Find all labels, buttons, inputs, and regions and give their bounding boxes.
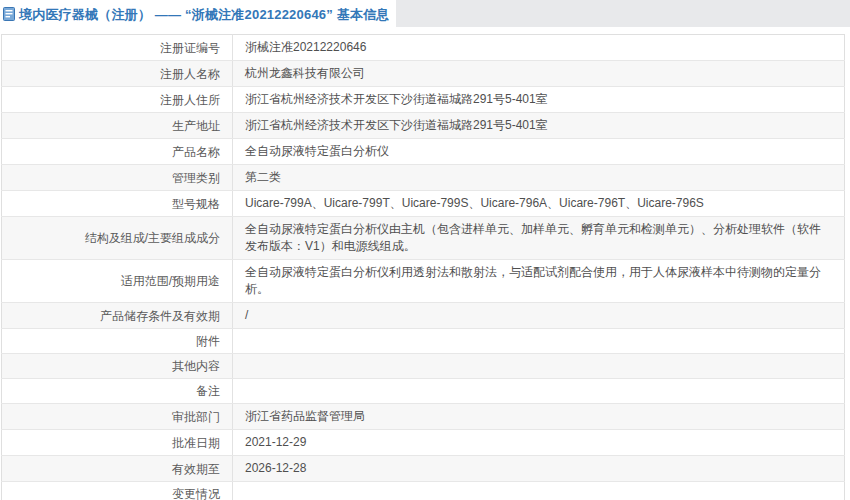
row-label: 注册证编号 xyxy=(160,41,220,55)
row-label: 备注 xyxy=(196,384,220,398)
page: 境内医疗器械（注册） —— “浙械注准20212220646” 基本信息 注册证… xyxy=(0,0,850,500)
table-row: 有效期至 2026-12-28 xyxy=(2,456,845,482)
row-value-cell: Uicare-799A、Uicare-799T、Uicare-799S、Uica… xyxy=(233,191,845,217)
row-value: 浙江省药品监督管理局 xyxy=(245,409,365,423)
table-row: 其他内容 xyxy=(2,354,845,379)
row-label-cell: 注册人住所 xyxy=(2,87,233,113)
row-label: 管理类别 xyxy=(172,171,220,185)
row-value: 全自动尿液特定蛋白分析仪 xyxy=(245,144,389,158)
row-label-cell: 有效期至 xyxy=(2,456,233,482)
row-value-cell: 全自动尿液特定蛋白分析仪由主机（包含进样单元、加样单元、孵育单元和检测单元）、分… xyxy=(233,217,845,260)
row-value: 浙江省杭州经济技术开发区下沙街道福城路291号5-401室 xyxy=(245,118,548,132)
row-label-cell: 管理类别 xyxy=(2,165,233,191)
row-label-cell: 产品名称 xyxy=(2,139,233,165)
row-value: 2026-12-28 xyxy=(245,461,306,475)
registration-table: 注册证编号 浙械注准20212220646 注册人名称 杭州龙鑫科技有限公司 注… xyxy=(1,34,845,500)
row-label-cell: 型号规格 xyxy=(2,191,233,217)
row-value: 浙江省杭州经济技术开发区下沙街道福城路291号5-401室 xyxy=(245,92,548,106)
table-row: 注册人名称 杭州龙鑫科技有限公司 xyxy=(2,61,845,87)
table-row: 适用范围/预期用途 全自动尿液特定蛋白分析仪利用透射法和散射法，与适配试剂配合使… xyxy=(2,260,845,303)
table-row: 管理类别 第二类 xyxy=(2,165,845,191)
row-label: 注册人住所 xyxy=(160,93,220,107)
row-label-cell: 生产地址 xyxy=(2,113,233,139)
row-label: 附件 xyxy=(196,334,220,348)
row-label: 注册人名称 xyxy=(160,67,220,81)
row-value-cell: 全自动尿液特定蛋白分析仪 xyxy=(233,139,845,165)
table-row: 注册证编号 浙械注准20212220646 xyxy=(2,35,845,61)
page-header: 境内医疗器械（注册） —— “浙械注准20212220646” 基本信息 xyxy=(0,0,850,27)
row-value-cell: 2026-12-28 xyxy=(233,456,845,482)
row-value-cell: 杭州龙鑫科技有限公司 xyxy=(233,61,845,87)
row-label: 产品名称 xyxy=(172,145,220,159)
table-row: 产品储存条件及有效期 / xyxy=(2,303,845,329)
row-label-cell: 批准日期 xyxy=(2,430,233,456)
page-title: 境内医疗器械（注册） —— “浙械注准20212220646” 基本信息 xyxy=(19,7,390,22)
table-row: 产品名称 全自动尿液特定蛋白分析仪 xyxy=(2,139,845,165)
row-value-cell xyxy=(233,354,845,379)
row-label: 其他内容 xyxy=(172,359,220,373)
row-label-cell: 变更情况 xyxy=(2,482,233,500)
page-title-box: 境内医疗器械（注册） —— “浙械注准20212220646” 基本信息 xyxy=(0,0,396,27)
row-label: 变更情况 xyxy=(172,487,220,500)
row-label-cell: 附件 xyxy=(2,329,233,354)
row-value-cell: 浙江省杭州经济技术开发区下沙街道福城路291号5-401室 xyxy=(233,87,845,113)
table-row: 批准日期 2021-12-29 xyxy=(2,430,845,456)
row-value: Uicare-799A、Uicare-799T、Uicare-799S、Uica… xyxy=(245,196,704,210)
table-row: 结构及组成/主要组成成分 全自动尿液特定蛋白分析仪由主机（包含进样单元、加样单元… xyxy=(2,217,845,260)
row-label: 生产地址 xyxy=(172,119,220,133)
row-label: 适用范围/预期用途 xyxy=(121,274,220,288)
table-row: 型号规格 Uicare-799A、Uicare-799T、Uicare-799S… xyxy=(2,191,845,217)
row-label-cell: 产品储存条件及有效期 xyxy=(2,303,233,329)
row-value: 全自动尿液特定蛋白分析仪由主机（包含进样单元、加样单元、孵育单元和检测单元）、分… xyxy=(245,222,821,253)
row-label: 结构及组成/主要组成成分 xyxy=(85,231,220,245)
row-label-cell: 适用范围/预期用途 xyxy=(2,260,233,303)
row-value: 全自动尿液特定蛋白分析仪利用透射法和散射法，与适配试剂配合使用，用于人体尿液样本… xyxy=(245,265,821,296)
row-label-cell: 注册证编号 xyxy=(2,35,233,61)
row-value-cell: 浙械注准20212220646 xyxy=(233,35,845,61)
table-row: 变更情况 xyxy=(2,482,845,500)
table-row: 附件 xyxy=(2,329,845,354)
row-value-cell: / xyxy=(233,303,845,329)
row-label: 批准日期 xyxy=(172,436,220,450)
row-value: 浙械注准20212220646 xyxy=(245,40,366,54)
row-label-cell: 备注 xyxy=(2,379,233,404)
row-label-cell: 审批部门 xyxy=(2,404,233,430)
row-label: 有效期至 xyxy=(172,462,220,476)
table-wrapper: 注册证编号 浙械注准20212220646 注册人名称 杭州龙鑫科技有限公司 注… xyxy=(0,27,850,500)
row-label: 型号规格 xyxy=(172,197,220,211)
row-value-cell: 2021-12-29 xyxy=(233,430,845,456)
row-value-cell xyxy=(233,329,845,354)
row-value-cell xyxy=(233,379,845,404)
row-value: 杭州龙鑫科技有限公司 xyxy=(245,66,365,80)
table-row: 注册人住所 浙江省杭州经济技术开发区下沙街道福城路291号5-401室 xyxy=(2,87,845,113)
row-value: 第二类 xyxy=(245,170,281,184)
row-value-cell: 第二类 xyxy=(233,165,845,191)
table-row: 审批部门 浙江省药品监督管理局 xyxy=(2,404,845,430)
row-value-cell: 全自动尿液特定蛋白分析仪利用透射法和散射法，与适配试剂配合使用，用于人体尿液样本… xyxy=(233,260,845,303)
row-value: / xyxy=(245,308,248,322)
row-label-cell: 注册人名称 xyxy=(2,61,233,87)
row-label-cell: 结构及组成/主要组成成分 xyxy=(2,217,233,260)
row-value-cell: 浙江省杭州经济技术开发区下沙街道福城路291号5-401室 xyxy=(233,113,845,139)
row-label: 产品储存条件及有效期 xyxy=(100,309,220,323)
row-value-cell xyxy=(233,482,845,500)
document-icon xyxy=(3,2,16,29)
row-value-cell: 浙江省药品监督管理局 xyxy=(233,404,845,430)
table-row: 生产地址 浙江省杭州经济技术开发区下沙街道福城路291号5-401室 xyxy=(2,113,845,139)
row-label: 审批部门 xyxy=(172,410,220,424)
table-row: 备注 xyxy=(2,379,845,404)
row-value: 2021-12-29 xyxy=(245,435,306,449)
row-label-cell: 其他内容 xyxy=(2,354,233,379)
